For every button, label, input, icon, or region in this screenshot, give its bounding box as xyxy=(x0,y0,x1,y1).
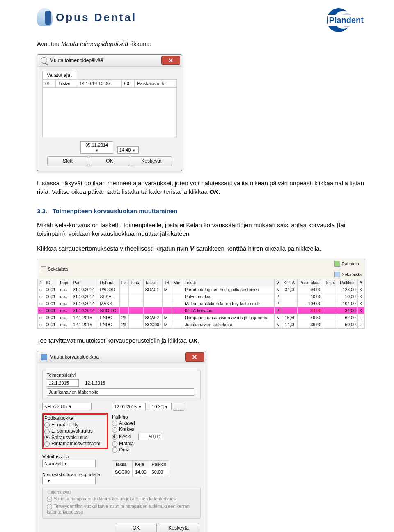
cell xyxy=(323,293,338,300)
kela-year-select[interactable]: KELA 2015▼ xyxy=(42,403,92,410)
table-header-row: #IDLopiPvmRyhmäHεPintaTaksaT3MinTekstiVK… xyxy=(38,279,365,286)
opus-dental-logo: Opus Dental xyxy=(37,8,137,26)
chevron-down-icon[interactable]: ▼ xyxy=(131,148,137,152)
slett-button[interactable]: Slett xyxy=(47,156,88,166)
palkkio-option-label: Keski xyxy=(119,434,131,440)
cell: Palvelumaksu xyxy=(183,293,275,300)
col-palkkio: Palkkio xyxy=(149,461,169,468)
table-row[interactable]: u0001op...31.10.2014PARODSDA04MParodonto… xyxy=(38,286,365,293)
radio-potilasluokka[interactable] xyxy=(44,441,50,447)
cell: E xyxy=(357,321,364,328)
norm-select[interactable]: ▼ xyxy=(42,477,96,484)
table-row[interactable]: u0001op...31.10.2014SHOITOKELA-korvausP-… xyxy=(38,307,365,314)
cell: u xyxy=(38,314,44,321)
chevron-down-icon[interactable]: ▼ xyxy=(94,148,100,152)
radio-tutkimus-1[interactable] xyxy=(47,497,52,502)
cell: 0001 xyxy=(44,307,58,314)
cell: E xyxy=(357,314,364,321)
tab-sekalaista-left[interactable]: Sekalaista xyxy=(41,261,68,277)
cell xyxy=(282,293,298,300)
radio-palkkio[interactable] xyxy=(112,441,117,447)
potilasluokka-option-label: Ei sairausvakuutus xyxy=(51,428,93,434)
palkkio-option-label: Oma xyxy=(119,447,130,453)
radio-palkkio[interactable] xyxy=(112,427,117,433)
potilasluokka-option-label: Rintamamiesveteraani xyxy=(51,441,100,447)
tutkimusvali-group: Tutkimusväli Suun ja hampaiden tutkimus … xyxy=(42,487,201,518)
tutkimus-opt-2: Terveydentilan vuoksi tarve suun ja hamp… xyxy=(47,504,190,514)
cell: Parodontologinen hoito, pitkäkestoinen xyxy=(183,286,275,293)
cell: MAKS xyxy=(98,300,119,307)
table-row[interactable]: u0001op...31.10.2014MAKSMaksu pankkikort… xyxy=(38,300,365,307)
palkkio-value-field[interactable]: 50,00 xyxy=(138,433,162,440)
ok-button[interactable]: OK xyxy=(116,523,157,532)
chevron-down-icon[interactable]: ▼ xyxy=(67,405,73,409)
table-row[interactable]: u0001op...12.1.2015ENDO26SGC00MJuurikana… xyxy=(38,321,365,328)
col-header: Pinta xyxy=(129,279,143,286)
col-header: Palkkio xyxy=(338,279,358,286)
radio-palkkio[interactable] xyxy=(112,434,117,440)
cell xyxy=(119,286,129,293)
cell xyxy=(282,307,298,314)
more-button[interactable]: … xyxy=(173,403,184,411)
col-header: Ryhmä xyxy=(98,279,119,286)
cell xyxy=(143,293,162,300)
cell: 26 xyxy=(119,321,129,328)
cell xyxy=(129,314,143,321)
table-row[interactable]: 01 Tiistai 14.10.14 10:00 60 Paikkaushoi… xyxy=(43,80,177,88)
col-header: # xyxy=(38,279,44,286)
date-field[interactable]: 12.01.2015▼ xyxy=(112,403,146,410)
veloitustapa-select[interactable]: Normaali▼ xyxy=(42,460,96,467)
col-header: A xyxy=(357,279,364,286)
search-icon xyxy=(41,57,47,64)
cell: u xyxy=(38,286,44,293)
opus-dental-logo-text: Opus Dental xyxy=(56,11,137,24)
cell: P xyxy=(275,300,282,307)
cell: op... xyxy=(58,307,71,314)
chevron-down-icon[interactable]: ▼ xyxy=(137,405,143,409)
cell: u xyxy=(38,321,44,328)
table-row[interactable]: u0001op...12.1.2015ENDO26SGA02MHampaan j… xyxy=(38,314,365,321)
radio-potilasluokka[interactable] xyxy=(44,435,50,440)
cell: SEKAL xyxy=(98,293,119,300)
cell: 14,00 xyxy=(282,321,298,328)
cancel-button[interactable]: Keskeytä xyxy=(131,156,172,166)
cell: -104,00 xyxy=(338,300,358,307)
chevron-down-icon[interactable]: ▼ xyxy=(46,479,52,483)
procedure-desc-field[interactable]: Juurikanavien lääkehoito xyxy=(47,388,194,396)
time-input[interactable]: 14:40▼ xyxy=(117,146,139,154)
cell: op... xyxy=(58,314,71,321)
cancel-button[interactable]: Keskeytä xyxy=(158,523,199,532)
radio-potilasluokka[interactable] xyxy=(44,422,50,428)
tab-rahatulo[interactable]: Rahatulo xyxy=(334,261,362,267)
cell xyxy=(129,307,143,314)
date-input[interactable]: 05.11.2014▼ xyxy=(80,141,113,154)
cell: M xyxy=(162,314,172,321)
cell xyxy=(172,321,183,328)
table-row[interactable]: u0001op...31.10.2014SEKALPalvelumaksuP10… xyxy=(38,293,365,300)
close-button[interactable] xyxy=(161,56,180,65)
radio-tutkimus-2[interactable] xyxy=(47,504,52,509)
chevron-down-icon[interactable]: ▼ xyxy=(62,462,69,466)
chevron-down-icon[interactable]: ▼ xyxy=(163,405,170,409)
radio-palkkio[interactable] xyxy=(112,447,117,453)
cell: 10,00 xyxy=(298,293,323,300)
col-header: Tekn. xyxy=(323,279,338,286)
cell xyxy=(172,314,183,321)
date-a-field[interactable]: 12.1.2015 xyxy=(47,379,79,387)
tab-sekalaista-right[interactable]: Sekalaista xyxy=(334,272,362,277)
tab-booked-times[interactable]: Varatut ajat xyxy=(42,71,76,79)
cell: op... xyxy=(58,286,71,293)
fee-table: Taksa Kela Palkkio SGC00 14,00 50,00 xyxy=(112,460,169,476)
palkkio-heading: Palkkio xyxy=(112,414,201,420)
radio-potilasluokka[interactable] xyxy=(44,429,50,434)
ok-button[interactable]: OK xyxy=(89,156,130,166)
cell: 15,50 xyxy=(282,314,298,321)
cell: ENDO xyxy=(98,314,119,321)
radio-palkkio[interactable] xyxy=(112,421,117,426)
cell: u xyxy=(38,293,44,300)
cell xyxy=(172,286,183,293)
close-button[interactable] xyxy=(185,352,204,362)
time-field[interactable]: 10:30▼ xyxy=(150,403,172,410)
cell xyxy=(119,293,129,300)
palkkio-option-label: Matala xyxy=(119,441,134,447)
